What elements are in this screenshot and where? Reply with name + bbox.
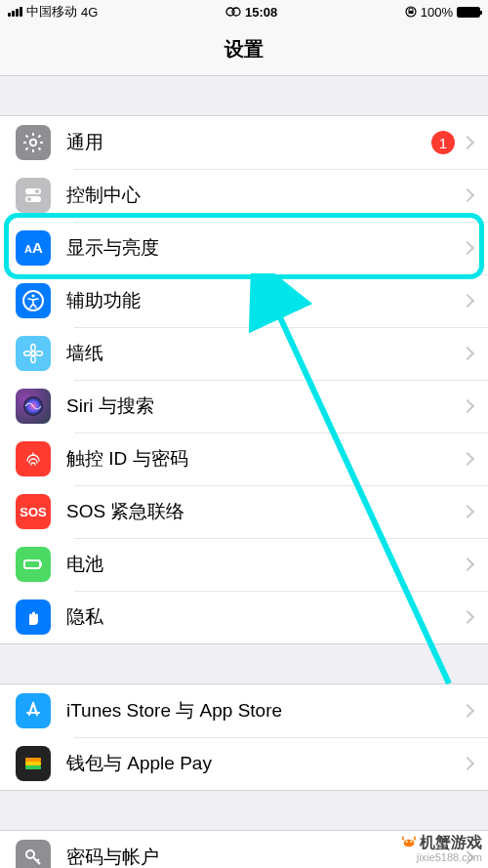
svg-rect-29	[25, 758, 41, 762]
svg-point-14	[35, 189, 39, 193]
svg-point-20	[31, 294, 34, 297]
settings-item-label: 辅助功能	[66, 288, 463, 313]
watermark: 机蟹游戏 jixie5188.com	[400, 833, 482, 864]
svg-point-32	[26, 850, 34, 858]
battery-pct-label: 100%	[421, 5, 453, 20]
svg-point-23	[31, 356, 35, 363]
chevron-right-icon	[461, 136, 474, 149]
chevron-right-icon	[461, 757, 474, 770]
crab-icon	[400, 833, 418, 850]
settings-item-label: 通用	[66, 130, 431, 155]
status-bar: 中国移动 4G 15:08 100%	[0, 0, 488, 23]
hotspot-icon	[225, 7, 241, 17]
siri-icon	[16, 389, 51, 424]
status-right: 100%	[405, 5, 480, 20]
settings-item-battery[interactable]: 电池	[0, 538, 488, 591]
svg-point-25	[36, 351, 43, 355]
settings-item-wallpaper[interactable]: 墙纸	[0, 327, 488, 380]
settings-item-label: 隐私	[66, 604, 463, 630]
svg-point-34	[404, 840, 415, 847]
status-center: 15:08	[225, 5, 277, 20]
svg-rect-27	[24, 560, 40, 568]
settings-item-privacy[interactable]: 隐私	[0, 591, 488, 643]
settings-item-label: iTunes Store 与 App Store	[66, 698, 463, 723]
battery-icon	[457, 7, 480, 18]
svg-point-4	[30, 140, 36, 145]
chevron-right-icon	[461, 704, 474, 718]
nav-bar: 设置	[0, 23, 488, 76]
svg-line-12	[38, 136, 40, 138]
settings-group-1: 通用 1 控制中心 AA 显示与亮度 辅助功能 墙纸 Siri	[0, 115, 488, 644]
svg-rect-30	[25, 762, 41, 765]
settings-item-wallet[interactable]: 钱包与 Apple Pay	[0, 737, 488, 790]
svg-point-35	[406, 841, 408, 843]
switch-icon	[16, 178, 51, 213]
chevron-right-icon	[461, 294, 474, 308]
settings-item-label: 显示与亮度	[66, 235, 463, 261]
settings-item-accessibility[interactable]: 辅助功能	[0, 274, 488, 327]
settings-item-sos[interactable]: SOS SOS 紧急联络	[0, 485, 488, 538]
chevron-right-icon	[461, 399, 474, 413]
svg-point-1	[232, 8, 240, 16]
settings-item-label: 电池	[66, 552, 463, 577]
page-title: 设置	[224, 36, 264, 62]
status-left: 中国移动 4G	[8, 3, 98, 21]
wallet-icon	[16, 746, 51, 781]
chevron-right-icon	[461, 347, 474, 360]
gear-icon	[16, 125, 51, 160]
chevron-right-icon	[461, 241, 474, 255]
svg-line-10	[38, 147, 40, 149]
settings-item-display[interactable]: AA 显示与亮度	[0, 222, 488, 274]
chevron-right-icon	[461, 452, 474, 466]
chevron-right-icon	[461, 610, 474, 624]
signal-icon	[8, 7, 22, 17]
settings-item-label: Siri 与搜索	[66, 393, 463, 419]
settings-item-touchid[interactable]: 触控 ID 与密码	[0, 433, 488, 485]
svg-point-22	[31, 345, 35, 351]
svg-text:A: A	[24, 243, 32, 255]
svg-line-11	[26, 147, 28, 149]
watermark-brand: 机蟹游戏	[420, 833, 482, 851]
svg-point-24	[24, 351, 31, 355]
svg-rect-31	[25, 765, 41, 769]
svg-point-21	[31, 351, 35, 355]
settings-item-control-center[interactable]: 控制中心	[0, 169, 488, 222]
settings-item-siri[interactable]: Siri 与搜索	[0, 380, 488, 433]
settings-item-itunes[interactable]: iTunes Store 与 App Store	[0, 684, 488, 737]
settings-item-label: SOS 紧急联络	[66, 499, 463, 524]
svg-point-16	[27, 197, 31, 201]
accessibility-icon	[16, 283, 51, 318]
settings-group-2: iTunes Store 与 App Store 钱包与 Apple Pay	[0, 683, 488, 791]
settings-item-label: 墙纸	[66, 341, 463, 366]
settings-item-label: 触控 ID 与密码	[66, 446, 463, 472]
settings-item-label: 控制中心	[66, 183, 463, 208]
text-size-icon: AA	[16, 230, 51, 266]
svg-point-36	[410, 841, 412, 843]
sos-icon: SOS	[16, 494, 51, 529]
svg-rect-28	[40, 562, 42, 566]
notification-badge: 1	[431, 131, 455, 154]
battery-icon	[16, 547, 51, 582]
key-icon	[16, 840, 51, 868]
appstore-icon	[16, 693, 51, 728]
svg-line-9	[26, 136, 28, 138]
carrier-label: 中国移动	[26, 3, 77, 21]
chevron-right-icon	[461, 188, 474, 202]
fingerprint-icon	[16, 441, 51, 476]
chevron-right-icon	[461, 558, 474, 571]
network-label: 4G	[81, 5, 98, 20]
chevron-right-icon	[461, 505, 474, 518]
svg-rect-3	[408, 11, 413, 14]
settings-item-label: 钱包与 Apple Pay	[66, 751, 463, 776]
watermark-url: jixie5188.com	[400, 851, 482, 864]
settings-item-general[interactable]: 通用 1	[0, 116, 488, 169]
hand-icon	[16, 599, 51, 635]
orientation-lock-icon	[405, 6, 417, 18]
svg-text:A: A	[32, 239, 43, 256]
flower-icon	[16, 336, 51, 371]
time-label: 15:08	[245, 5, 277, 20]
